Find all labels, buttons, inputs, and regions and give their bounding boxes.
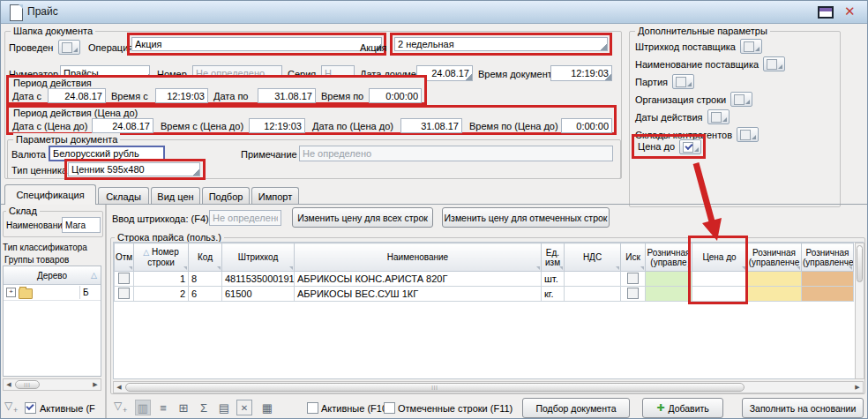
- row-exclusion-cell[interactable]: [621, 272, 646, 287]
- row-exclusion-checkbox[interactable]: [627, 273, 639, 284]
- row-marked-cell[interactable]: [115, 272, 134, 287]
- batch-checkbox[interactable]: [672, 74, 694, 89]
- pp-time-to-input[interactable]: [561, 118, 612, 133]
- supplier-barcode-checkbox[interactable]: [740, 39, 762, 54]
- fill-from-basis-button[interactable]: Заполнить на основании: [742, 398, 864, 418]
- table-v-thumb[interactable]: [857, 245, 863, 282]
- tree-expand-icon[interactable]: +: [6, 288, 16, 297]
- numbered-list-icon[interactable]: ≡: [155, 400, 171, 415]
- table-h-scrollbar[interactable]: ◀ ||| ▶: [113, 381, 864, 393]
- tab-specification[interactable]: Спецификация: [4, 184, 96, 205]
- table-row[interactable]: 1 8 4811535000191 АБРИКОСЫ КОНС.АРИСТА 8…: [115, 272, 854, 287]
- row-marked-cell[interactable]: [115, 287, 134, 302]
- pricetag-highlight: [64, 159, 206, 180]
- sort-ascending-icon[interactable]: △: [91, 271, 97, 280]
- scroll-right-icon[interactable]: ▶: [90, 379, 101, 390]
- supplier-name-checkbox[interactable]: [763, 56, 785, 71]
- col-header-retail-1[interactable]: Розничная (управле: [646, 243, 692, 272]
- doc-time-input[interactable]: [550, 65, 612, 81]
- close-icon[interactable]: ✕: [844, 4, 856, 19]
- maximize-icon[interactable]: [818, 6, 834, 19]
- filter-add-icon[interactable]: ▽+: [4, 400, 20, 415]
- tab-price-kind[interactable]: Вид цен: [151, 187, 200, 205]
- row-org-checkbox[interactable]: [730, 92, 752, 107]
- col-header-price-to[interactable]: Цена до: [692, 243, 747, 272]
- pp-date-to-input[interactable]: [400, 118, 462, 133]
- period-time-to-input[interactable]: [369, 88, 422, 103]
- tree-header[interactable]: Дерево △: [4, 266, 101, 285]
- marked-rows-checkbox[interactable]: [384, 402, 395, 414]
- sum-icon[interactable]: Σ: [196, 400, 212, 415]
- filter-add-icon[interactable]: ▽+: [114, 400, 130, 415]
- row-number-cell: 2: [134, 287, 189, 302]
- note-input[interactable]: [299, 146, 613, 161]
- calculator-icon[interactable]: ⊞: [176, 400, 191, 415]
- price-table: Отм △ Номер строки Код Штрихкод Наименов…: [114, 243, 854, 302]
- scroll-left-icon[interactable]: ◀: [114, 382, 124, 393]
- col-header-barcode[interactable]: Штрихкод: [222, 243, 295, 272]
- pp-time-from-input[interactable]: [249, 118, 305, 133]
- row-exclusion-checkbox[interactable]: [627, 288, 639, 299]
- action-dates-checkbox[interactable]: [707, 109, 730, 124]
- left-active-checkbox[interactable]: [25, 402, 36, 414]
- document-selection-button[interactable]: Подбор документа: [522, 398, 630, 418]
- change-price-all-button[interactable]: Изменить цену для всех строк: [292, 207, 433, 228]
- scroll-right-icon[interactable]: ▶: [852, 382, 863, 393]
- col-header-vat[interactable]: НДС: [565, 243, 621, 272]
- row-retail1-cell[interactable]: [646, 272, 692, 287]
- active-rows-checkbox[interactable]: [307, 402, 318, 414]
- table-row[interactable]: 2 6 61500 АБРИКОСЫ ВЕС.СУШ 1КГ кг.: [115, 287, 854, 302]
- barcode-entry-input[interactable]: [209, 210, 281, 226]
- row-retail3-cell[interactable]: [802, 287, 854, 302]
- row-price-to-cell[interactable]: [692, 287, 747, 302]
- row-retail1-cell[interactable]: [646, 287, 692, 302]
- col-header-retail-3[interactable]: Розничная (управленче: [802, 243, 854, 272]
- period-time-to-label: Время по: [321, 89, 363, 103]
- table-settings-icon[interactable]: ▦: [259, 400, 275, 415]
- row-retail3-cell[interactable]: [802, 272, 854, 287]
- table-h-thumb[interactable]: |||: [125, 383, 745, 392]
- tab-warehouses[interactable]: Склады: [98, 187, 149, 205]
- pricetag-input[interactable]: [68, 162, 200, 176]
- row-retail2-cell[interactable]: [747, 287, 802, 302]
- price-to-checkbox[interactable]: [679, 139, 701, 154]
- tab-import[interactable]: Импорт: [251, 187, 299, 205]
- row-retail2-cell[interactable]: [747, 272, 802, 287]
- period-date-from-input[interactable]: [48, 88, 106, 103]
- col-header-name[interactable]: Наименование: [295, 243, 542, 272]
- tree-scroll-thumb[interactable]: |||: [15, 380, 40, 389]
- col-header-marked[interactable]: Отм: [115, 243, 134, 272]
- plus-icon: ✚: [656, 402, 664, 414]
- col-header-retail-2[interactable]: Розничная (управленче: [747, 243, 802, 272]
- goods-tree: Дерево △ + Б: [3, 266, 101, 377]
- tab-selection[interactable]: Подбор: [202, 187, 250, 205]
- warehouse-name-input[interactable]: [62, 217, 101, 233]
- tree-row[interactable]: + Б: [4, 285, 101, 301]
- print-icon[interactable]: ▤: [216, 400, 232, 415]
- period-date-to-input[interactable]: [258, 88, 316, 103]
- table-v-scrollbar[interactable]: [855, 243, 864, 379]
- row-marked-checkbox[interactable]: [118, 273, 130, 284]
- counterparty-stores-checkbox[interactable]: [737, 127, 759, 142]
- row-exclusion-cell[interactable]: [621, 287, 646, 302]
- tree-h-scrollbar[interactable]: ◀ ||| ▶: [3, 378, 101, 391]
- row-marked-checkbox[interactable]: [118, 288, 130, 299]
- add-row-button[interactable]: ✚ Добавить: [642, 398, 723, 418]
- row-price-to-cell[interactable]: [692, 272, 747, 287]
- col-header-row-number[interactable]: △ Номер строки: [134, 243, 189, 272]
- col-header-code[interactable]: Код: [189, 243, 222, 272]
- action-input[interactable]: [394, 37, 608, 51]
- col-header-exclusion[interactable]: Иск: [621, 243, 646, 272]
- excel-export-icon[interactable]: ✕: [236, 400, 252, 415]
- proveden-checkbox[interactable]: [58, 40, 80, 55]
- scroll-left-icon[interactable]: ◀: [4, 379, 14, 390]
- columns-icon[interactable]: ▥: [135, 400, 151, 415]
- pp-date-from-input[interactable]: [92, 118, 153, 133]
- operation-input[interactable]: [131, 37, 382, 51]
- price-to-highlight: Цена до: [632, 134, 706, 159]
- extra-item-batch: Партия: [635, 74, 694, 89]
- col-header-unit[interactable]: Ед. изм: [542, 243, 565, 272]
- period-time-from-input[interactable]: [155, 88, 208, 103]
- change-price-marked-button[interactable]: Изменить цену для отмеченных строк: [442, 207, 610, 228]
- panel-splitter[interactable]: [105, 205, 107, 419]
